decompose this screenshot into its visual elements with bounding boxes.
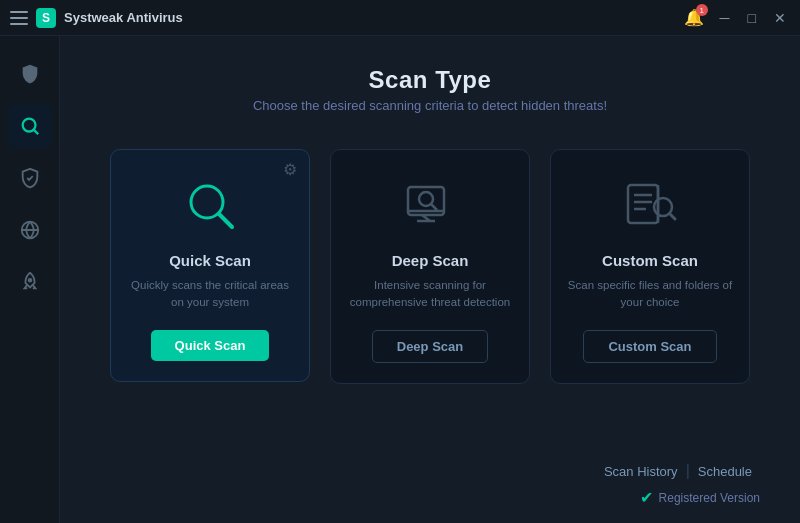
scan-cards-container: ⚙ Quick Scan Quickly scans the critical … xyxy=(100,149,760,384)
quick-scan-icon xyxy=(175,170,245,240)
hamburger-menu-icon[interactable] xyxy=(10,11,28,25)
deep-scan-icon xyxy=(395,170,465,240)
quick-scan-title: Quick Scan xyxy=(169,252,251,269)
rocket-icon xyxy=(19,271,41,293)
notification-button[interactable]: 🔔 1 xyxy=(684,8,704,27)
svg-point-10 xyxy=(419,192,433,206)
title-bar: S Systweak Antivirus 🔔 1 ─ □ ✕ xyxy=(0,0,800,36)
custom-scan-icon xyxy=(615,170,685,240)
page-subtitle: Choose the desired scanning criteria to … xyxy=(100,98,760,113)
window-controls: ─ □ ✕ xyxy=(716,8,790,28)
deep-scan-description: Intensive scanning for comprehensive thr… xyxy=(347,277,513,312)
maximize-button[interactable]: □ xyxy=(744,8,760,28)
minimize-button[interactable]: ─ xyxy=(716,8,734,28)
quick-scan-button[interactable]: Quick Scan xyxy=(151,330,270,361)
title-bar-left: S Systweak Antivirus xyxy=(10,8,183,28)
notification-count: 1 xyxy=(696,4,708,16)
quick-scan-settings-button[interactable]: ⚙ xyxy=(283,160,297,179)
scan-history-link[interactable]: Scan History xyxy=(596,464,686,479)
deep-scan-title: Deep Scan xyxy=(392,252,469,269)
svg-line-5 xyxy=(219,214,232,227)
custom-scan-button[interactable]: Custom Scan xyxy=(583,330,716,363)
quick-scan-card[interactable]: ⚙ Quick Scan Quickly scans the critical … xyxy=(110,149,310,382)
svg-point-3 xyxy=(28,279,31,282)
check-shield-icon xyxy=(19,167,41,189)
registered-icon: ✔ xyxy=(640,488,653,507)
schedule-link[interactable]: Schedule xyxy=(690,464,760,479)
deep-scan-button[interactable]: Deep Scan xyxy=(372,330,488,363)
shield-icon xyxy=(19,63,41,85)
title-bar-right: 🔔 1 ─ □ ✕ xyxy=(684,8,790,28)
vpn-icon xyxy=(19,219,41,241)
svg-line-1 xyxy=(34,130,38,134)
sidebar-item-protection[interactable] xyxy=(8,52,52,96)
app-name: Systweak Antivirus xyxy=(64,10,183,25)
sidebar xyxy=(0,36,60,523)
footer-links: Scan History | Schedule xyxy=(596,462,760,480)
footer: Scan History | Schedule ✔ Registered Ver… xyxy=(596,462,760,507)
svg-line-11 xyxy=(431,204,437,210)
custom-scan-description: Scan specific files and folders of your … xyxy=(567,277,733,312)
sidebar-item-status[interactable] xyxy=(8,156,52,200)
search-icon xyxy=(19,115,41,137)
quick-scan-description: Quickly scans the critical areas on your… xyxy=(127,277,293,312)
page-title: Scan Type xyxy=(100,66,760,94)
page-heading: Scan Type Choose the desired scanning cr… xyxy=(100,66,760,113)
deep-scan-card[interactable]: Deep Scan Intensive scanning for compreh… xyxy=(330,149,530,384)
svg-point-0 xyxy=(22,119,35,132)
sidebar-item-boost[interactable] xyxy=(8,260,52,304)
app-logo: S xyxy=(36,8,56,28)
custom-scan-card[interactable]: Custom Scan Scan specific files and fold… xyxy=(550,149,750,384)
sidebar-item-vpn[interactable] xyxy=(8,208,52,252)
custom-scan-title: Custom Scan xyxy=(602,252,698,269)
close-button[interactable]: ✕ xyxy=(770,8,790,28)
registered-label: Registered Version xyxy=(659,491,760,505)
svg-line-15 xyxy=(670,214,676,220)
sidebar-item-scan[interactable] xyxy=(8,104,52,148)
content-area: Scan Type Choose the desired scanning cr… xyxy=(60,36,800,523)
registered-version: ✔ Registered Version xyxy=(640,488,760,507)
main-layout: Scan Type Choose the desired scanning cr… xyxy=(0,36,800,523)
